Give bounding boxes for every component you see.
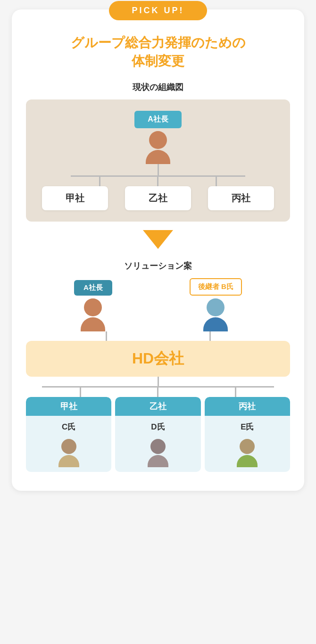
three-branch-h [42,388,274,397]
h-line [71,175,245,177]
main-card: PICK UP! グループ総合力発揮のための 体制変更 現状の組織図 A社長 [12,9,304,491]
subsidiary-otsu-figure [148,436,168,467]
arrow-down-wrap [12,230,304,249]
person-a-label: A社長 [74,280,112,296]
subsidiary-ko: 甲社 C氏 [26,397,111,472]
company-otsu: 乙社 [125,186,191,210]
person-e-body [237,455,258,467]
person-d-head [150,439,166,454]
hd-box-label: HD会社 [132,350,184,367]
subsidiary-otsu-person: D氏 [151,421,165,432]
hd-company-row: HD会社 [26,341,290,377]
hd-v-line [158,377,159,386]
solution-section-title: ソリューション案 [12,260,304,272]
connectors-to-hd [26,331,290,341]
person-c-head [61,439,76,454]
subsidiary-hei-header: 丙社 [205,397,290,416]
subsidiary-ko-figure [58,436,79,467]
three-branch-wrap [26,377,290,397]
subsidiary-otsu: 乙社 D氏 [115,397,200,472]
pickup-badge-wrap: PICK UP! [12,1,304,20]
connector-a-to-hd [106,331,107,341]
person-d-body [148,455,168,467]
person-e-figure [237,436,258,467]
company-hei: 丙社 [208,186,274,210]
solution-section: A社長 後継者 B氏 HD会社 [26,278,290,472]
arrow-down-icon [143,230,173,249]
subsidiary-ko-header: 甲社 [26,397,111,416]
subsidiary-otsu-header: 乙社 [115,397,200,416]
hd-box: HD会社 [26,341,290,377]
person-b-col: 後継者 B氏 [190,278,242,331]
person-c-body [58,455,79,467]
pickup-badge: PICK UP! [109,1,207,20]
company-ko: 甲社 [42,186,108,210]
tree-branches [71,177,245,186]
connector-b-to-hd [209,331,211,341]
current-org-chart: A社長 甲社 乙社 丙社 [26,99,290,222]
branch-hd-right [235,388,236,397]
person-a-head [84,298,102,316]
person-e-head [240,439,255,454]
v-line-top [158,164,159,175]
branch-hd-center [157,388,158,397]
company-boxes-row: 甲社 乙社 丙社 [33,186,283,210]
bottom-companies: 甲社 C氏 乙社 D氏 [26,397,290,472]
ceo-label-box: A社長 [134,111,182,128]
person-a-col: A社長 [74,280,112,331]
person-a-body [81,317,105,331]
two-people-row: A社長 後継者 B氏 [26,278,290,331]
person-a-figure [81,296,105,331]
branch-center [157,177,158,186]
branch-right [216,177,217,186]
person-b-head [207,298,225,316]
subsidiary-ko-person: C氏 [62,421,75,432]
ceo-body [146,150,170,164]
current-tree-connector [33,164,283,186]
subsidiary-hei-person: E氏 [241,421,254,432]
subsidiary-hei: 丙社 E氏 [205,397,290,472]
ceo-column: A社長 [134,111,182,164]
person-b-body [203,317,228,331]
person-b-label: 後継者 B氏 [190,278,242,296]
ceo-head [149,131,167,149]
ceo-figure [146,128,170,164]
main-title: グループ総合力発揮のための 体制変更 [26,33,290,70]
person-b-figure [203,296,228,331]
person-c-figure [58,436,79,467]
branch-hd-left [80,388,81,397]
current-section-title: 現状の組織図 [12,82,304,93]
person-d-figure [148,436,168,467]
branch-left [99,177,100,186]
subsidiary-hei-figure [237,436,258,467]
